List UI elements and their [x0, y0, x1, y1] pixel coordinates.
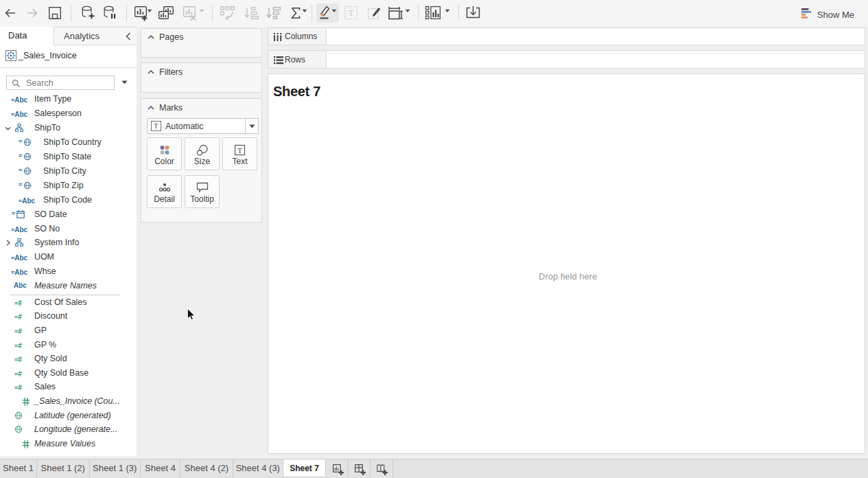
svg-text:T: T [154, 122, 158, 130]
svg-text:T: T [349, 8, 354, 18]
svg-text:T: T [237, 146, 242, 155]
